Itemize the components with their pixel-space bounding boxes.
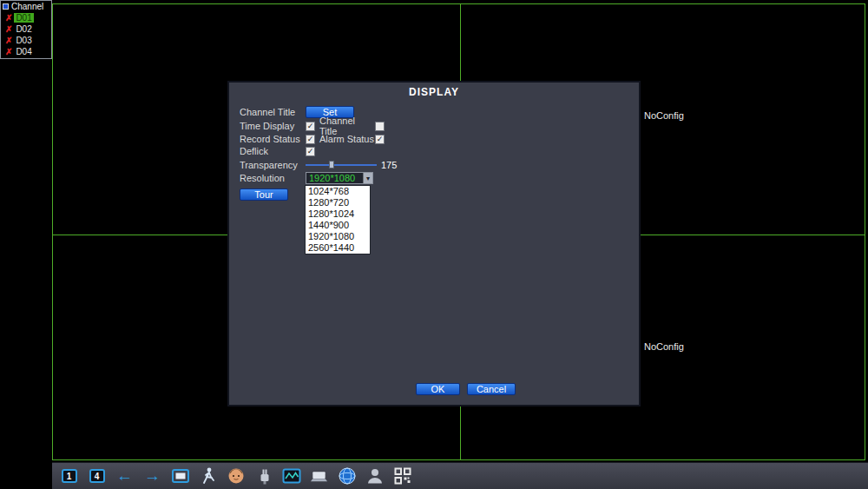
transparency-label: Transparency (240, 160, 306, 170)
resolution-option[interactable]: 1280*1024 (306, 208, 370, 220)
next-channel-icon[interactable]: → (142, 466, 162, 486)
alarm-status-checkbox[interactable]: ✓ (375, 135, 385, 144)
channel-title-checkbox[interactable] (375, 122, 385, 131)
quad-screen-glyph: 4 (89, 469, 105, 483)
tour-row: Tour (240, 188, 288, 201)
deflick-label: Deflick (240, 146, 306, 156)
slider-track-icon (306, 164, 377, 166)
keyboard-icon[interactable] (309, 466, 329, 486)
ptz-icon[interactable] (198, 466, 218, 486)
quad-screen-icon[interactable]: 4 (87, 466, 107, 486)
resolution-option[interactable]: 1440*900 (306, 220, 370, 231)
resolution-option[interactable]: 1024*768 (306, 186, 370, 197)
qrcode-icon[interactable] (392, 466, 412, 486)
channel-label: D04 (14, 47, 33, 56)
time-display-row: Time Display ✓ Channel Title (240, 120, 385, 132)
dialog-buttons: OK Cancel (416, 383, 516, 395)
monitor-icon[interactable] (170, 466, 190, 486)
resolution-select[interactable]: 1920*1080 ▾ (306, 172, 373, 184)
deflick-checkbox[interactable]: ✓ (306, 147, 315, 156)
channel-item[interactable]: ✗D01 (1, 12, 51, 23)
offline-x-icon: ✗ (5, 48, 12, 56)
channel-panel-icon (3, 3, 9, 10)
channel-item[interactable]: ✗D04 (1, 46, 51, 57)
channel-list: ✗D01✗D02✗D03✗D04 (1, 12, 51, 57)
resolution-label: Resolution (240, 173, 306, 183)
channel-panel: Channel ✗D01✗D02✗D03✗D04 (0, 0, 52, 59)
channel-label: D02 (14, 24, 33, 34)
color-adjust-icon[interactable] (281, 466, 301, 486)
channel-panel-title: Channel (11, 2, 43, 11)
alarm-status-label: Alarm Status (319, 134, 375, 144)
transparency-slider[interactable] (306, 161, 377, 169)
resolution-row: Resolution 1920*1080 ▾ (240, 172, 373, 184)
record-status-label: Record Status (240, 134, 306, 144)
noconfig-label-top-right: NoConfig (644, 110, 684, 121)
display-dialog: DISPLAY Channel Title Set Time Display ✓… (227, 81, 641, 406)
plug-icon[interactable] (253, 466, 273, 486)
resolution-option[interactable]: 1920*1080 (306, 231, 370, 242)
dvr-screen: NoConfig NoConfig Channel ✗D01✗D02✗D03✗D… (0, 0, 868, 489)
record-status-checkbox[interactable]: ✓ (306, 135, 315, 144)
deflick-row: Deflick ✓ (240, 145, 315, 157)
channel-title-label: Channel Title (240, 107, 306, 117)
single-screen-icon[interactable]: 1 (59, 466, 79, 486)
offline-x-icon: ✗ (5, 14, 12, 23)
network-icon[interactable] (337, 466, 357, 486)
prev-channel-glyph: ← (116, 466, 133, 486)
cancel-button[interactable]: Cancel (467, 383, 516, 395)
channel-item[interactable]: ✗D03 (1, 35, 51, 46)
record-status-row: Record Status ✓ Alarm Status ✓ (240, 133, 385, 145)
dialog-title: DISPLAY (229, 86, 639, 98)
face-icon[interactable] (226, 466, 246, 486)
toolbar: 14←→ (52, 462, 868, 489)
transparency-value: 175 (381, 160, 397, 170)
user-icon[interactable] (365, 466, 385, 486)
tour-button[interactable]: Tour (240, 188, 288, 201)
resolution-value: 1920*1080 (309, 173, 355, 183)
channel-label: D01 (14, 13, 33, 23)
dropdown-arrow-icon[interactable]: ▾ (363, 173, 372, 183)
channel-panel-header: Channel (1, 1, 51, 12)
transparency-slider-handle[interactable] (329, 161, 334, 169)
channel-label: D03 (14, 36, 33, 45)
single-screen-glyph: 1 (62, 469, 77, 483)
ok-button[interactable]: OK (416, 383, 460, 395)
offline-x-icon: ✗ (5, 36, 12, 45)
next-channel-glyph: → (144, 466, 161, 486)
resolution-option[interactable]: 1280*720 (306, 197, 370, 208)
offline-x-icon: ✗ (5, 25, 12, 34)
channel-item[interactable]: ✗D02 (1, 23, 51, 35)
time-display-label: Time Display (240, 121, 306, 131)
time-display-checkbox[interactable]: ✓ (306, 122, 315, 131)
resolution-dropdown-list: 1024*7681280*7201280*10241440*9001920*10… (305, 185, 371, 254)
resolution-option[interactable]: 2560*1440 (306, 242, 370, 254)
transparency-row: Transparency 175 (240, 159, 397, 171)
noconfig-label-bottom-right: NoConfig (644, 341, 684, 352)
prev-channel-icon[interactable]: ← (115, 466, 135, 486)
